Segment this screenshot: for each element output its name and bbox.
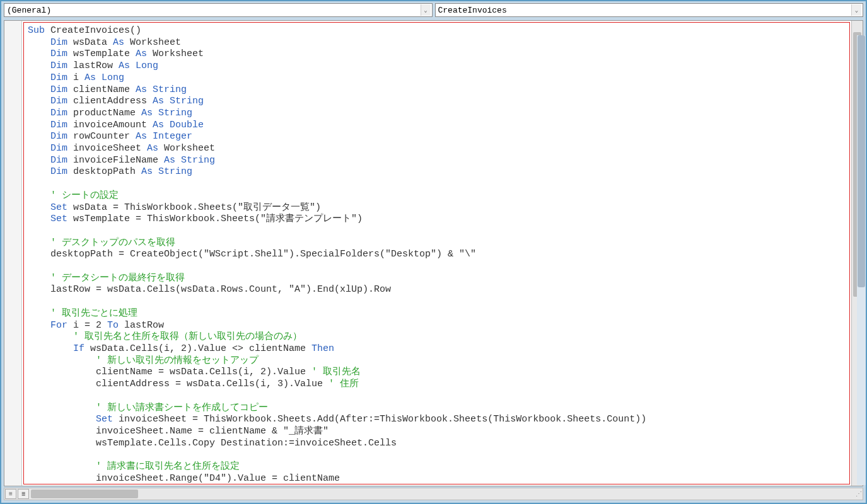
procedure-dropdown-value: CreateInvoices	[438, 6, 507, 15]
horizontal-scrollbar[interactable]	[31, 490, 852, 498]
full-module-view-button[interactable]: ≣	[18, 489, 29, 499]
chevron-down-icon: ⌄	[851, 4, 861, 16]
margin-indicator-bar[interactable]	[4, 21, 22, 486]
horizontal-scroll-thumb[interactable]	[31, 490, 138, 498]
code-pane[interactable]: Sub CreateInvoices() Dim wsData As Works…	[23, 22, 850, 484]
bottom-bar: ≡ ≣ ⋰	[4, 488, 863, 500]
object-dropdown[interactable]: (General) ⌄	[4, 3, 433, 17]
chevron-down-icon: ⌄	[421, 4, 431, 16]
dropdown-bar: (General) ⌄ CreateInvoices ⌄	[1, 1, 866, 19]
outer-vertical-scroll-thumb[interactable]	[858, 35, 865, 287]
procedure-dropdown[interactable]: CreateInvoices ⌄	[435, 3, 864, 17]
object-dropdown-value: (General)	[7, 6, 51, 15]
code-wrap: Sub CreateInvoices() Dim wsData As Works…	[22, 21, 851, 486]
procedure-view-button[interactable]: ≡	[5, 489, 16, 499]
vbe-window: (General) ⌄ CreateInvoices ⌄ Sub CreateI…	[0, 0, 867, 504]
editor-area: Sub CreateInvoices() Dim wsData As Works…	[4, 20, 863, 486]
outer-vertical-scrollbar[interactable]	[857, 35, 866, 485]
resize-grip-icon[interactable]: ⋰	[854, 490, 863, 498]
